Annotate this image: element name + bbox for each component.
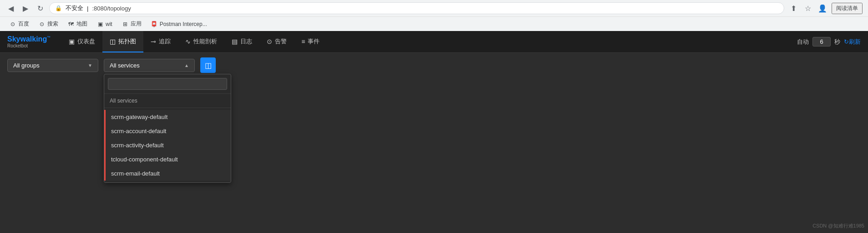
services-search-input[interactable]: [108, 78, 227, 90]
nav-trace[interactable]: ⊸ 追踪: [143, 31, 178, 52]
alerts-icon: ⊙: [267, 38, 272, 45]
nav-logs[interactable]: ▤ 日志: [224, 31, 259, 52]
nav-dashboard-label: 仪表盘: [77, 37, 95, 46]
watermark: CSDN @知难行难1985: [812, 223, 864, 229]
back-button[interactable]: ◀: [5, 3, 16, 14]
topology-icon: ◫: [110, 38, 116, 45]
services-dropdown-header: All services: [104, 94, 231, 108]
toolbar: All groups ▼ All services ▲ All services…: [0, 53, 868, 78]
nav-events[interactable]: ≡ 事件: [294, 31, 327, 52]
browser-chrome: ◀ ▶ ↻ 🔒 不安全 | :8080/topology ⬆ ☆ 👤 阅读清单 …: [0, 0, 868, 31]
bookmark-label: 地图: [76, 20, 87, 28]
nav-events-label: 事件: [308, 37, 320, 46]
forward-button[interactable]: ▶: [20, 3, 31, 14]
groups-dropdown-container: All groups ▼: [7, 59, 98, 72]
address-bar[interactable]: 🔒 不安全 | :8080/topology: [49, 2, 784, 14]
nav-topology-label: 拓扑图: [118, 37, 136, 46]
dashboard-icon: ▣: [69, 38, 75, 45]
brand-name: Skywalking™: [7, 35, 51, 43]
topology-btn-icon: ◫: [205, 61, 212, 70]
refresh-interval-input[interactable]: [812, 37, 831, 47]
nav-alerts-label: 告警: [275, 37, 287, 46]
nav-profiling-label: 性能剖析: [193, 37, 217, 46]
bookmark-label: wit: [106, 21, 112, 27]
reload-button[interactable]: ↻: [35, 3, 46, 14]
bookmarks-bar: ⊙ 百度 ⊙ 搜索 🗺 地图 ▣ wit ⊞ 应用 📮 Postman Inte…: [0, 16, 868, 31]
events-icon: ≡: [301, 38, 305, 45]
nav-trace-label: 追踪: [159, 37, 171, 46]
services-dropdown-menu: All services scrm-gateway-default scrm-a…: [104, 74, 231, 183]
service-item-2[interactable]: scrm-activity-default: [104, 138, 231, 152]
refresh-unit-label: 秒: [834, 38, 840, 46]
browser-titlebar: ◀ ▶ ↻ 🔒 不安全 | :8080/topology ⬆ ☆ 👤 阅读清单: [0, 0, 868, 16]
groups-dropdown-label: All groups: [13, 62, 40, 69]
bookmark-label: 应用: [131, 20, 142, 28]
nav-right: 自动 秒 ↻刷新: [797, 37, 861, 47]
topology-icon-btn[interactable]: ◫: [200, 57, 216, 73]
bookmark-label: Postman Intercep...: [160, 21, 207, 27]
groups-dropdown-btn[interactable]: All groups ▼: [7, 59, 98, 72]
nav-alerts[interactable]: ⊙ 告警: [259, 31, 294, 52]
brand: Skywalking™ Rocketbot: [7, 35, 51, 48]
nav-items: ▣ 仪表盘 ◫ 拓扑图 ⊸ 追踪 ∿ 性能剖析 ▤ 日志 ⊙ 告警: [61, 31, 327, 52]
nav-dashboard[interactable]: ▣ 仪表盘: [61, 31, 102, 52]
services-dropdown-label: All services: [110, 62, 140, 69]
brand-sky: Sky: [7, 35, 20, 43]
services-dropdown-items: scrm-gateway-default scrm-account-defaul…: [104, 108, 231, 182]
baidu-icon: ⊙: [9, 21, 16, 28]
trace-icon: ⊸: [151, 38, 156, 45]
apps-icon: ⊞: [122, 21, 129, 28]
service-item-4[interactable]: scrm-email-default: [104, 166, 231, 181]
profiling-icon: ∿: [185, 38, 191, 45]
nav-logs-label: 日志: [240, 37, 252, 46]
bookmark-button[interactable]: ☆: [802, 3, 813, 14]
logs-icon: ▤: [232, 38, 238, 45]
bookmark-apps[interactable]: ⊞ 应用: [118, 19, 145, 29]
profile-button[interactable]: 👤: [817, 3, 828, 14]
bookmark-map[interactable]: 🗺 地图: [64, 19, 91, 29]
address-separator: |: [87, 5, 88, 12]
services-search-container: [104, 74, 231, 94]
bookmark-label: 百度: [18, 20, 29, 28]
refresh-button[interactable]: ↻刷新: [844, 38, 861, 46]
brand-sub: Rocketbot: [7, 43, 51, 48]
service-item-3[interactable]: tcloud-component-default: [104, 152, 231, 166]
top-nav: Skywalking™ Rocketbot ▣ 仪表盘 ◫ 拓扑图 ⊸ 追踪 ∿…: [0, 31, 868, 53]
services-dropdown-btn[interactable]: All services ▲: [104, 59, 195, 72]
wit-icon: ▣: [96, 21, 104, 28]
services-dropdown-arrow: ▲: [184, 63, 189, 68]
insecure-label: 不安全: [66, 4, 83, 12]
nav-topology[interactable]: ◫ 拓扑图: [102, 31, 143, 52]
bookmark-label: 搜索: [47, 20, 58, 28]
service-item-0[interactable]: scrm-gateway-default: [104, 110, 231, 124]
auto-refresh-label: 自动: [797, 38, 809, 46]
map-icon: 🗺: [67, 21, 75, 28]
postman-icon: 📮: [151, 21, 158, 28]
app-container: Skywalking™ Rocketbot ▣ 仪表盘 ◫ 拓扑图 ⊸ 追踪 ∿…: [0, 31, 868, 78]
nav-profiling[interactable]: ∿ 性能剖析: [178, 31, 224, 52]
service-item-1[interactable]: scrm-account-default: [104, 124, 231, 138]
groups-dropdown-arrow: ▼: [88, 63, 92, 68]
share-button[interactable]: ⬆: [788, 3, 799, 14]
services-dropdown-container: All services ▲ All services scrm-gateway…: [104, 59, 195, 72]
brand-walking: walking™: [20, 35, 51, 43]
browser-actions: ⬆ ☆ 👤: [788, 3, 828, 14]
bookmark-postman[interactable]: 📮 Postman Intercep...: [147, 20, 211, 29]
lock-icon: 🔒: [55, 5, 62, 11]
bookmark-search[interactable]: ⊙ 搜索: [35, 19, 62, 29]
bookmark-baidu[interactable]: ⊙ 百度: [5, 19, 33, 29]
reading-mode-label: 阅读清单: [836, 5, 858, 12]
reading-mode-button[interactable]: 阅读清单: [832, 3, 863, 14]
address-text: :8080/topology: [92, 5, 131, 12]
search-icon: ⊙: [38, 21, 46, 28]
bookmark-wit[interactable]: ▣ wit: [93, 20, 116, 29]
